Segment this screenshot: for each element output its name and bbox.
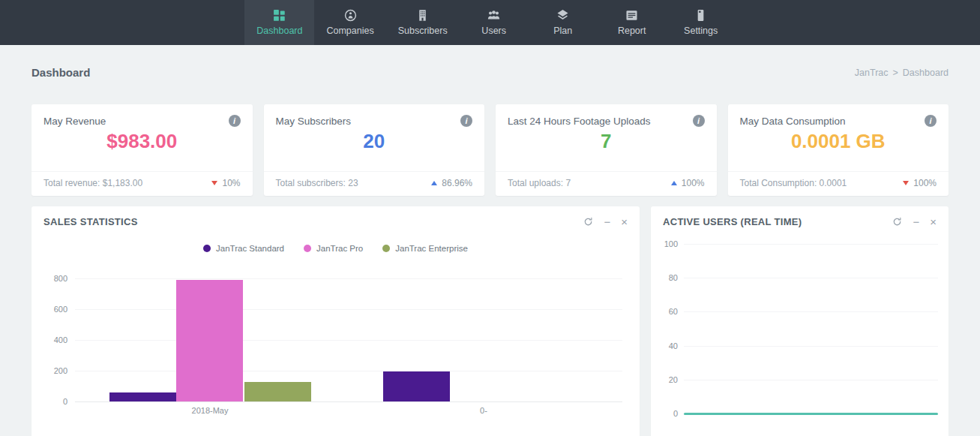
nav-tab-subscribers[interactable]: Subscribers <box>386 0 460 45</box>
subscribers-building-icon <box>416 9 429 22</box>
collapse-icon[interactable]: − <box>604 216 610 227</box>
trend-indicator: 100% <box>671 178 705 188</box>
legend-item[interactable]: JanTrac Enterprise <box>382 244 468 253</box>
bar-jantrac-enterprise <box>244 382 311 401</box>
info-icon[interactable]: i <box>229 115 241 127</box>
sales-statistics-panel: SALES STATISTICS − × JanTrac StandardJan… <box>31 206 640 436</box>
y-axis-tick: 80 <box>658 273 678 282</box>
stat-card-header: May Subscribersi <box>264 104 485 127</box>
stat-card-footer-text: Total uploads: 7 <box>508 178 571 188</box>
nav-tab-label: Companies <box>326 26 373 36</box>
stat-card-title: Last 24 Hours Footage Uploads <box>508 116 651 127</box>
users-group-icon <box>487 9 500 22</box>
nav-tab-users[interactable]: Users <box>460 0 529 45</box>
stat-card-footer: Total uploads: 7100% <box>496 171 717 196</box>
refresh-icon[interactable] <box>583 217 593 227</box>
trend-percent: 86.96% <box>442 178 472 188</box>
close-icon[interactable]: × <box>621 216 628 227</box>
y-axis-tick: 0 <box>658 409 678 418</box>
trend-percent: 100% <box>913 178 937 188</box>
info-icon[interactable]: i <box>460 115 472 127</box>
stat-card-title: May Revenue <box>43 116 106 127</box>
nav-tab-dashboard[interactable]: Dashboard <box>244 0 314 45</box>
x-axis-label: 0- <box>480 406 487 415</box>
legend-dot-icon <box>304 245 311 252</box>
gridline <box>684 244 938 245</box>
x-axis-label: 2018-May <box>192 406 229 415</box>
legend-item[interactable]: JanTrac Standard <box>203 244 284 253</box>
stat-card-footer-text: Total subscribers: 23 <box>276 178 358 188</box>
trend-percent: 10% <box>222 178 240 188</box>
trend-percent: 100% <box>682 178 705 188</box>
y-axis-tick: 200 <box>37 366 67 375</box>
panels-row: SALES STATISTICS − × JanTrac StandardJan… <box>31 206 949 436</box>
gridline <box>75 401 622 402</box>
nav-tab-report[interactable]: Report <box>598 0 667 45</box>
legend-item[interactable]: JanTrac Pro <box>304 244 363 253</box>
stat-card-footer: Total revenue: $1,183.0010% <box>31 171 253 196</box>
sales-panel-header: SALES STATISTICS − × <box>31 206 640 233</box>
y-axis-tick: 400 <box>37 335 67 344</box>
y-axis-tick: 0 <box>37 397 67 406</box>
sales-panel-title: SALES STATISTICS <box>43 216 138 227</box>
close-icon[interactable]: × <box>930 216 937 227</box>
active-users-panel-title: ACTIVE USERS (REAL TIME) <box>663 216 802 227</box>
trend-down-icon <box>211 181 217 185</box>
y-axis-tick: 40 <box>658 341 678 350</box>
nav-tab-label: Plan <box>553 26 572 36</box>
gridline <box>75 371 622 371</box>
nav-tab-settings[interactable]: Settings <box>667 0 736 45</box>
info-icon[interactable]: i <box>693 115 705 127</box>
nav-tab-label: Settings <box>684 26 718 36</box>
page-title: Dashboard <box>31 66 90 79</box>
refresh-icon[interactable] <box>892 217 902 227</box>
settings-phone-icon <box>694 9 707 22</box>
active-users-line-chart: 100806040200 <box>658 244 938 428</box>
y-axis-tick: 20 <box>658 375 678 384</box>
nav-tab-companies[interactable]: Companies <box>314 0 385 45</box>
nav-tab-label: Subscribers <box>398 26 448 36</box>
breadcrumb-root[interactable]: JanTrac <box>855 68 889 78</box>
stat-card-footer-text: Total revenue: $1,183.00 <box>43 178 142 188</box>
legend-dot-icon <box>382 245 390 252</box>
stat-card-footer: Total subscribers: 2386.96% <box>264 171 485 196</box>
legend-dot-icon <box>203 245 211 252</box>
gridline <box>75 278 622 279</box>
trend-up-icon <box>431 181 437 185</box>
nav-tabs: DashboardCompaniesSubscribersUsersPlanRe… <box>244 0 735 45</box>
stat-card-title: May Data Consumption <box>740 116 846 127</box>
legend-label: JanTrac Standard <box>216 244 284 253</box>
active-users-panel: ACTIVE USERS (REAL TIME) − × 10080604020… <box>651 206 949 436</box>
gridline <box>684 346 938 347</box>
stat-card-2: Last 24 Hours Footage Uploadsi7Total upl… <box>496 104 717 196</box>
gridline <box>684 311 938 312</box>
page-header: Dashboard JanTrac > Dashboard <box>0 45 980 104</box>
nav-tab-label: Users <box>481 26 506 36</box>
nav-tab-plan[interactable]: Plan <box>529 0 598 45</box>
stat-card-header: May Data Consumptioni <box>728 104 949 127</box>
stat-card-value: $983.00 <box>31 130 253 171</box>
info-icon[interactable]: i <box>925 115 937 127</box>
trend-up-icon <box>671 181 677 185</box>
companies-circle-icon <box>344 9 357 22</box>
collapse-icon[interactable]: − <box>913 216 919 227</box>
legend-label: JanTrac Enterprise <box>395 244 468 253</box>
stat-card-title: May Subscribers <box>276 116 352 127</box>
gridline <box>75 309 622 310</box>
active-users-panel-header: ACTIVE USERS (REAL TIME) − × <box>651 206 949 233</box>
sales-chart-legend: JanTrac StandardJanTrac ProJanTrac Enter… <box>31 244 640 253</box>
gridline <box>684 278 938 278</box>
breadcrumb-separator-icon: > <box>893 68 898 78</box>
gridline <box>75 340 622 341</box>
stat-card-value: 0.0001 GB <box>728 130 949 171</box>
top-nav: DashboardCompaniesSubscribersUsersPlanRe… <box>0 0 980 45</box>
bar-jantrac-pro <box>176 280 243 401</box>
stat-card-header: Last 24 Hours Footage Uploadsi <box>496 104 717 127</box>
stat-card-3: May Data Consumptioni0.0001 GBTotal Cons… <box>728 104 949 196</box>
dashboard-grid-icon <box>273 9 286 22</box>
nav-tab-label: Report <box>618 26 646 36</box>
sales-bar-chart: 02004006008002018-May0- <box>75 268 622 401</box>
plan-layers-icon <box>556 9 569 22</box>
stat-card-1: May Subscribersi20Total subscribers: 238… <box>264 104 485 196</box>
stat-card-0: May Revenuei$983.00Total revenue: $1,183… <box>31 104 253 196</box>
